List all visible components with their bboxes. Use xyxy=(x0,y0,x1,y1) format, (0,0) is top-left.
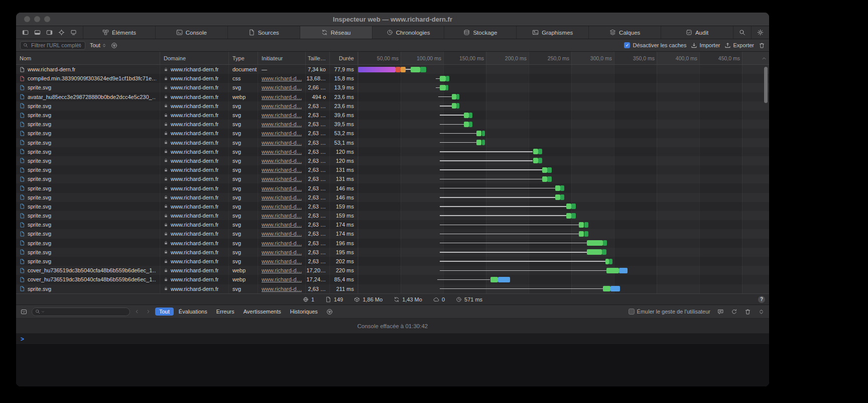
url-filter-input[interactable] xyxy=(30,42,82,49)
table-row[interactable]: sprite.svgwww.richard-dern.frsvgwww.rich… xyxy=(16,202,769,211)
resource-type-dropdown[interactable]: Tout xyxy=(90,42,106,48)
initiator-link[interactable]: www.richard-d… xyxy=(262,194,302,200)
table-row[interactable]: cover_hu736519dc3b5040cfa48b6b559b6de6ec… xyxy=(16,266,769,275)
console-tab-tout[interactable]: Tout xyxy=(155,308,174,316)
initiator-link[interactable]: www.richard-d… xyxy=(262,149,302,155)
table-row[interactable]: sprite.svgwww.richard-dern.frsvgwww.rich… xyxy=(16,220,769,229)
initiator-link[interactable]: www.richard-d… xyxy=(262,130,302,136)
inspector-search-button[interactable] xyxy=(733,26,751,39)
console-tab-evaluations[interactable]: Évaluations xyxy=(175,308,211,316)
table-row[interactable]: sprite.svgwww.richard-dern.frsvgwww.rich… xyxy=(16,239,769,248)
console-search-input[interactable] xyxy=(46,308,127,315)
table-row[interactable]: sprite.svgwww.richard-dern.frsvgwww.rich… xyxy=(16,129,769,138)
initiator-link[interactable]: www.richard-d… xyxy=(262,204,302,210)
table-row[interactable]: sprite.svgwww.richard-dern.frsvgwww.rich… xyxy=(16,165,769,174)
help-button[interactable]: ? xyxy=(758,296,765,303)
titlebar[interactable]: Inspecteur web — www.richard-dern.fr xyxy=(16,13,769,26)
console-clear-button[interactable] xyxy=(745,309,751,315)
table-row[interactable]: sprite.svgwww.richard-dern.frsvgwww.rich… xyxy=(16,174,769,183)
scroll-top-button[interactable] xyxy=(762,52,767,64)
tab-elements[interactable]: Éléments xyxy=(83,26,155,39)
initiator-link[interactable]: www.richard-d… xyxy=(262,158,302,164)
initiator-link[interactable]: www.richard-d… xyxy=(262,231,302,237)
column-header-type[interactable]: Type xyxy=(229,52,258,64)
table-row[interactable]: sprite.svgwww.richard-dern.frsvgwww.rich… xyxy=(16,83,769,92)
tab-reseau[interactable]: Réseau xyxy=(300,26,372,39)
tab-graphismes[interactable]: Graphismes xyxy=(516,26,588,39)
close-button[interactable] xyxy=(24,16,30,22)
initiator-link[interactable]: www.richard-d… xyxy=(262,94,302,100)
initiator-link[interactable]: www.richard-d… xyxy=(262,176,302,182)
tab-stockage[interactable]: Stockage xyxy=(444,26,516,39)
table-row[interactable]: cover_hu736519dc3b5040cfa48b6b559b6de6ec… xyxy=(16,275,769,284)
dock-bottom-button[interactable] xyxy=(34,29,41,36)
initiator-link[interactable]: www.richard-d… xyxy=(262,112,302,118)
table-row[interactable]: sprite.svgwww.richard-dern.frsvgwww.rich… xyxy=(16,147,769,156)
console-tab-erreurs[interactable]: Erreurs xyxy=(212,308,238,316)
export-button[interactable]: Exporter xyxy=(724,42,754,49)
table-row[interactable]: sprite.svgwww.richard-dern.frsvgwww.rich… xyxy=(16,111,769,120)
column-header-nom[interactable]: Nom xyxy=(16,52,160,64)
initiator-link[interactable]: www.richard-d… xyxy=(262,185,302,191)
console-prev-button[interactable] xyxy=(135,309,140,314)
initiator-link[interactable]: www.richard-d… xyxy=(262,222,302,228)
console-scope-button[interactable] xyxy=(21,309,27,315)
table-row[interactable]: sprite.svgwww.richard-dern.frsvgwww.rich… xyxy=(16,183,769,192)
initiator-link[interactable]: www.richard-d… xyxy=(262,240,302,246)
console-expand-button[interactable] xyxy=(758,309,765,315)
table-row[interactable]: sprite.svgwww.richard-dern.frsvgwww.rich… xyxy=(16,248,769,257)
column-header-taille-[interactable]: Taille… xyxy=(306,52,330,64)
initiator-link[interactable]: www.richard-d… xyxy=(262,276,302,282)
element-picker-button[interactable] xyxy=(58,29,65,36)
table-row[interactable]: sprite.svgwww.richard-dern.frsvgwww.rich… xyxy=(16,138,769,147)
console-tab-historiques[interactable]: Historiques xyxy=(286,308,322,316)
table-row[interactable]: www.richard-dern.frwww.richard-dern.frdo… xyxy=(16,65,769,74)
zoom-button[interactable] xyxy=(44,16,50,22)
initiator-link[interactable]: www.richard-d… xyxy=(262,140,302,146)
dock-right-button[interactable] xyxy=(46,29,53,36)
table-row[interactable]: compiled.min.38390909f303624ed9e1cf1bd3f… xyxy=(16,74,769,83)
console-next-button[interactable] xyxy=(146,309,151,314)
table-row[interactable]: sprite.svgwww.richard-dern.frsvgwww.rich… xyxy=(16,211,769,220)
clear-network-button[interactable] xyxy=(759,42,765,49)
table-row[interactable]: sprite.svgwww.richard-dern.frsvgwww.rich… xyxy=(16,193,769,202)
filter-options-button[interactable] xyxy=(111,42,117,49)
tab-sources[interactable]: Sources xyxy=(227,26,300,39)
table-row[interactable]: avatar_hu85ecc3e298728880b0bde2dcc4e5c23… xyxy=(16,92,769,102)
tab-console[interactable]: Console xyxy=(155,26,227,39)
initiator-link[interactable]: www.richard-d… xyxy=(262,84,302,90)
initiator-link[interactable]: www.richard-d… xyxy=(262,121,302,127)
minimize-button[interactable] xyxy=(34,16,40,22)
initiator-link[interactable]: www.richard-d… xyxy=(262,286,302,292)
table-row[interactable]: sprite.svgwww.richard-dern.frsvgwww.rich… xyxy=(16,284,769,293)
initiator-link[interactable]: www.richard-d… xyxy=(262,103,302,109)
initiator-link[interactable]: www.richard-d… xyxy=(262,267,302,273)
table-row[interactable]: sprite.svgwww.richard-dern.frsvgwww.rich… xyxy=(16,156,769,165)
console-reload-button[interactable] xyxy=(731,309,737,315)
initiator-link[interactable]: www.richard-d… xyxy=(262,75,302,81)
tab-calques[interactable]: Calques xyxy=(588,26,661,39)
initiator-link[interactable]: www.richard-d… xyxy=(262,249,302,255)
emulate-gesture-checkbox[interactable]: Émuler le geste de l'utilisateur xyxy=(629,309,710,315)
column-header-initiateur[interactable]: Initiateur xyxy=(258,52,306,64)
table-row[interactable]: sprite.svgwww.richard-dern.frsvgwww.rich… xyxy=(16,120,769,129)
settings-button[interactable] xyxy=(751,26,769,39)
initiator-link[interactable]: www.richard-d… xyxy=(262,258,302,264)
column-header-duree[interactable]: Durée xyxy=(330,52,358,64)
console-filter-button[interactable] xyxy=(326,309,333,315)
dock-left-button[interactable] xyxy=(22,29,29,36)
vertical-scrollbar[interactable] xyxy=(764,67,768,103)
tab-chronologies[interactable]: Chronologies xyxy=(372,26,444,39)
initiator-link[interactable]: www.richard-d… xyxy=(262,167,302,173)
console-prompt[interactable]: > xyxy=(16,334,769,345)
table-row[interactable]: sprite.svgwww.richard-dern.frsvgwww.rich… xyxy=(16,257,769,266)
console-tab-avertissements[interactable]: Avertissements xyxy=(239,308,285,316)
tab-audit[interactable]: Audit xyxy=(661,26,733,39)
device-button[interactable] xyxy=(70,29,77,36)
table-row[interactable]: sprite.svgwww.richard-dern.frsvgwww.rich… xyxy=(16,102,769,111)
column-header-domaine[interactable]: Domaine xyxy=(160,52,229,64)
initiator-link[interactable]: www.richard-d… xyxy=(262,213,302,219)
import-button[interactable]: Importer xyxy=(691,42,720,49)
table-row[interactable]: sprite.svgwww.richard-dern.frsvgwww.rich… xyxy=(16,229,769,238)
console-search-field[interactable] xyxy=(32,308,130,316)
